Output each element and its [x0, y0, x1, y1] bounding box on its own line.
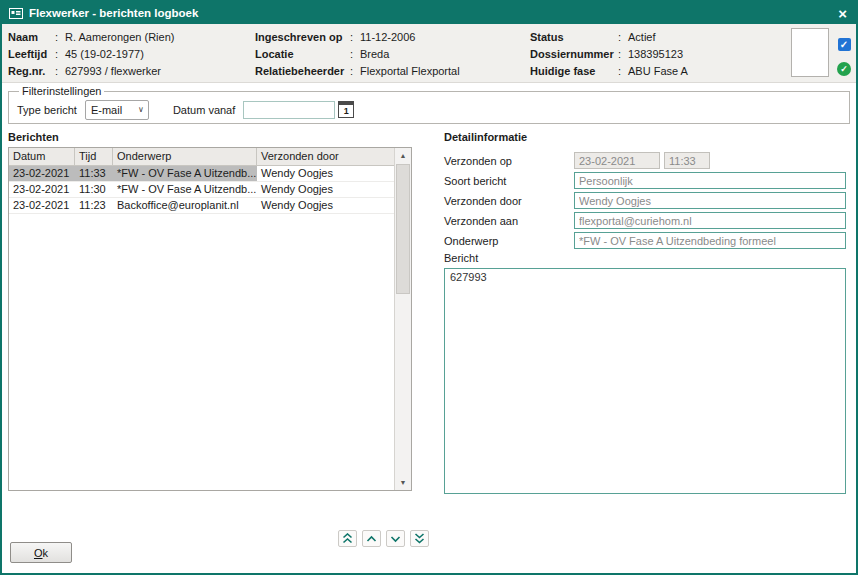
flexwerker-info-header: Naam:R. Aamerongen (Rien) Leeftijd:45 (1… — [2, 24, 856, 83]
soort-bericht-label: Soort bericht — [444, 175, 574, 187]
type-bericht-selected-value: E-mail — [91, 104, 122, 116]
column-header-onderwerp[interactable]: Onderwerp — [113, 148, 257, 165]
detail-row: Verzonden door — [444, 192, 846, 209]
info-value: Flexportal Flexportal — [360, 63, 460, 80]
record-navigation — [338, 530, 429, 547]
datum-vanaf-label: Datum vanaf — [173, 104, 235, 116]
type-bericht-select[interactable]: E-mail ∨ — [85, 100, 149, 120]
status-ok-icon: ✓ — [837, 62, 851, 76]
checked-checkbox-icon[interactable]: ✓ — [838, 38, 851, 51]
chevron-up-icon — [366, 535, 377, 543]
double-chevron-up-icon — [342, 533, 353, 544]
onderwerp-field[interactable] — [574, 232, 846, 249]
info-label: Leeftijd — [8, 46, 55, 63]
cell-onderwerp: *FW - OV Fase A Uitzendb... — [113, 166, 257, 181]
info-label: Huidige fase — [530, 63, 618, 80]
first-record-button[interactable] — [338, 530, 357, 547]
column-header-tijd[interactable]: Tijd — [75, 148, 113, 165]
cell-tijd: 11:23 — [75, 198, 113, 213]
info-label: Reg.nr. — [8, 63, 55, 80]
table-row[interactable]: 23-02-2021 11:23 Backoffice@europlanit.n… — [9, 198, 394, 214]
info-label: Dossiernummer — [530, 46, 618, 63]
verzonden-op-time-field[interactable] — [664, 152, 710, 169]
table-header-row: Datum Tijd Onderwerp Verzonden door — [9, 148, 394, 166]
column-header-verzonden-door[interactable]: Verzonden door — [257, 148, 394, 165]
onderwerp-label: Onderwerp — [444, 235, 574, 247]
dialog-body: Filterinstellingen Type bericht E-mail ∨… — [2, 83, 856, 573]
filterinstellingen-group: Filterinstellingen Type bericht E-mail ∨… — [8, 85, 850, 124]
status-icons: ✓ ✓ — [837, 38, 851, 76]
verzonden-aan-label: Verzonden aan — [444, 215, 574, 227]
info-label: Naam — [8, 29, 55, 46]
info-label: Status — [530, 29, 618, 46]
dialog-window: Flexwerker - berichten logboek × Naam:R.… — [0, 0, 858, 575]
info-value: Actief — [628, 29, 688, 46]
detail-row: Verzonden op — [444, 152, 846, 169]
double-chevron-down-icon — [414, 533, 425, 544]
cell-tijd: 11:30 — [75, 182, 113, 197]
photo-placeholder — [791, 28, 829, 77]
info-column-2: Ingeschreven op:11-12-2006 Locatie:Breda… — [255, 29, 460, 80]
detailinformatie-panel: Detailinformatie Verzonden op Soort beri… — [444, 131, 846, 494]
berichten-panel: Berichten Datum Tijd Onderwerp Verzonden… — [8, 131, 412, 491]
next-record-button[interactable] — [386, 530, 405, 547]
last-record-button[interactable] — [410, 530, 429, 547]
ok-button[interactable]: Ok — [10, 542, 72, 563]
bericht-label: Bericht — [444, 252, 846, 266]
info-value: 45 (19-02-1977) — [65, 46, 174, 63]
cell-datum: 23-02-2021 — [9, 198, 75, 213]
close-icon[interactable]: × — [836, 6, 849, 21]
filter-legend: Filterinstellingen — [19, 85, 104, 97]
previous-record-button[interactable] — [362, 530, 381, 547]
cell-verzonden-door: Wendy Oogjes — [257, 198, 394, 213]
info-label: Locatie — [255, 46, 350, 63]
cell-datum: 23-02-2021 — [9, 182, 75, 197]
bericht-textarea[interactable]: 627993 — [444, 268, 846, 494]
berichten-table: Datum Tijd Onderwerp Verzonden door 23-0… — [8, 147, 412, 491]
titlebar: Flexwerker - berichten logboek × — [2, 2, 856, 24]
detail-title: Detailinformatie — [444, 131, 846, 144]
info-value: R. Aamerongen (Rien) — [65, 29, 174, 46]
vertical-scrollbar[interactable]: ▲ ▼ — [394, 148, 411, 490]
info-column-1: Naam:R. Aamerongen (Rien) Leeftijd:45 (1… — [8, 29, 174, 80]
calendar-icon[interactable]: 1 — [338, 101, 354, 118]
datum-vanaf-input[interactable] — [243, 101, 335, 119]
info-value: 627993 / flexwerker — [65, 63, 174, 80]
info-label: Ingeschreven op — [255, 29, 350, 46]
verzonden-aan-field[interactable] — [574, 212, 846, 229]
type-bericht-label: Type bericht — [17, 104, 77, 116]
column-header-datum[interactable]: Datum — [9, 148, 75, 165]
info-value: Breda — [360, 46, 460, 63]
app-icon — [9, 8, 23, 19]
cell-onderwerp: Backoffice@europlanit.nl — [113, 198, 257, 213]
window-title: Flexwerker - berichten logboek — [29, 7, 830, 19]
verzonden-op-date-field[interactable] — [574, 152, 660, 169]
cell-tijd: 11:33 — [75, 166, 113, 181]
table-row[interactable]: 23-02-2021 11:30 *FW - OV Fase A Uitzend… — [9, 182, 394, 198]
cell-onderwerp: *FW - OV Fase A Uitzendb... — [113, 182, 257, 197]
info-value: 11-12-2006 — [360, 29, 460, 46]
detail-row: Verzonden aan — [444, 212, 846, 229]
info-label: Relatiebeheerder — [255, 63, 350, 80]
cell-datum: 23-02-2021 — [9, 166, 75, 181]
chevron-down-icon: ∨ — [138, 105, 144, 114]
soort-bericht-field[interactable] — [574, 172, 846, 189]
info-value: 138395123 — [628, 46, 688, 63]
detail-row: Onderwerp — [444, 232, 846, 249]
scrollbar-thumb[interactable] — [396, 164, 410, 294]
scroll-down-icon[interactable]: ▼ — [395, 475, 411, 490]
table-row[interactable]: 23-02-2021 11:33 *FW - OV Fase A Uitzend… — [9, 166, 394, 182]
info-value: ABU Fase A — [628, 63, 688, 80]
filter-row: Type bericht E-mail ∨ Datum vanaf 1 — [17, 97, 841, 122]
detail-row: Soort bericht — [444, 172, 846, 189]
scroll-up-icon[interactable]: ▲ — [395, 148, 411, 163]
info-column-3: Status:Actief Dossiernummer:138395123 Hu… — [530, 29, 688, 80]
verzonden-door-field[interactable] — [574, 192, 846, 209]
verzonden-op-label: Verzonden op — [444, 155, 574, 167]
berichten-title: Berichten — [8, 131, 412, 144]
cell-verzonden-door: Wendy Oogjes — [257, 166, 394, 181]
cell-verzonden-door: Wendy Oogjes — [257, 182, 394, 197]
verzonden-door-label: Verzonden door — [444, 195, 574, 207]
chevron-down-icon — [390, 535, 401, 543]
